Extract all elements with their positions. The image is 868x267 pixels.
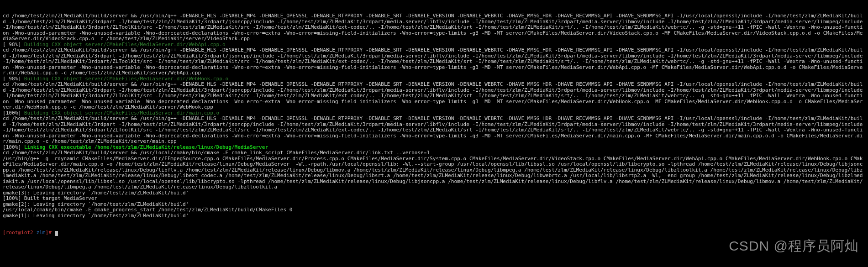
- terminal-line: /usr/bin/g++ -g -rdynamic CMakeFiles/Med…: [3, 156, 865, 190]
- terminal-line: cd /home/test/zlm/ZLMediaKit/build/serve…: [3, 150, 865, 156]
- prompt-user-host: [root@iot2: [3, 230, 36, 236]
- terminal-line: cd /home/test/zlm/ZLMediaKit/build/serve…: [3, 47, 865, 76]
- prompt-cwd: zlm: [36, 230, 45, 236]
- terminal-line: cd /home/test/zlm/ZLMediaKit/build/serve…: [3, 82, 865, 110]
- watermark-text: CSDN @程序员阿灿: [729, 243, 859, 249]
- cursor-icon: [55, 231, 58, 236]
- prompt-tail: ]#: [46, 230, 55, 236]
- terminal-line: [100%] Built target MediaServer: [3, 196, 865, 202]
- shell-prompt[interactable]: [root@iot2 zlm]#: [3, 230, 865, 236]
- terminal-line: cd /home/test/zlm/ZLMediaKit/build/serve…: [3, 13, 865, 42]
- terminal-output[interactable]: cd /home/test/zlm/ZLMediaKit/build/serve…: [0, 0, 868, 243]
- terminal-line: /usr/local/cmake/bin/cmake -E cmake_prog…: [3, 207, 865, 213]
- terminal-line: gmake[3]: Leaving directory `/home/test/…: [3, 190, 865, 196]
- terminal-line: cd /home/test/zlm/ZLMediaKit/build/serve…: [3, 116, 865, 145]
- terminal-line: gmake[1]: Leaving directory `/home/test/…: [3, 213, 865, 219]
